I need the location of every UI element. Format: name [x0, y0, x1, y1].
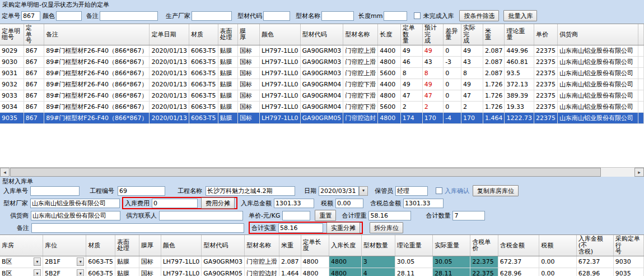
- cell[interactable]: 0: [444, 45, 461, 56]
- cell[interactable]: 9032: [0, 79, 24, 90]
- column-header[interactable]: 表面 处理: [218, 24, 237, 45]
- cell[interactable]: 0: [444, 79, 461, 90]
- cell[interactable]: 贴膜: [115, 268, 139, 276]
- cell[interactable]: 49: [461, 45, 483, 56]
- cell[interactable]: [638, 79, 644, 90]
- cell[interactable]: GA90GRM04: [300, 79, 343, 90]
- cell[interactable]: 2.087: [279, 256, 301, 268]
- table-row[interactable]: 903586789#门框型材F26-F40（866*867）2020/01/13…: [0, 112, 644, 123]
- cell[interactable]: 867: [24, 67, 44, 79]
- cell[interactable]: LH797-1LL0: [161, 256, 202, 268]
- cell[interactable]: 6063-T5: [86, 256, 115, 268]
- cell[interactable]: 43: [461, 56, 483, 67]
- cell[interactable]: 22375: [534, 56, 557, 67]
- cell[interactable]: 8: [422, 67, 443, 79]
- fee-input[interactable]: [152, 199, 198, 208]
- cell[interactable]: 国标: [238, 90, 260, 101]
- cell[interactable]: 2.087: [483, 45, 505, 56]
- inbound-no-input[interactable]: [30, 186, 80, 196]
- unit-price-input[interactable]: [282, 211, 310, 220]
- cell[interactable]: 9033: [0, 90, 24, 101]
- total-qty-input[interactable]: [452, 211, 485, 220]
- cell[interactable]: 山东南山铝业股份有限公司: [557, 101, 638, 112]
- cell[interactable]: GA90GRM05: [202, 268, 245, 276]
- filter-remark-input[interactable]: [100, 11, 158, 21]
- table-row[interactable]: 902986789#门框型材F26-F40（866*867）2020/01/13…: [0, 45, 644, 56]
- supplier-input[interactable]: [31, 211, 120, 220]
- cell[interactable]: 6063-T5: [86, 268, 115, 276]
- cell[interactable]: 2020/01/13: [150, 79, 189, 90]
- column-header[interactable]: 库位: [43, 235, 86, 256]
- cell[interactable]: 628.96: [576, 268, 613, 276]
- cell[interactable]: 4800: [378, 112, 400, 123]
- batch-inbound-button[interactable]: 批量入库: [503, 10, 537, 21]
- table-row[interactable]: B区▾2B1F▾6063-T5贴膜国标LH797-1LL0GA90GRM03门帘…: [0, 256, 644, 268]
- cell[interactable]: 2020/01/13: [150, 90, 189, 101]
- cell[interactable]: GA90GRM05: [300, 112, 343, 123]
- cell[interactable]: 1.464: [483, 112, 505, 123]
- date-input[interactable]: [319, 186, 359, 196]
- cell[interactable]: 山东南山铝业股份有限公司: [557, 90, 638, 101]
- cell[interactable]: 山东南山铝业股份有限公司: [557, 112, 638, 123]
- cell[interactable]: 89#门框型材F26-F40（866*867）: [44, 56, 150, 67]
- cell[interactable]: 30.05: [395, 256, 432, 268]
- copy-location-button[interactable]: 复制库房库位: [473, 185, 519, 196]
- column-header[interactable]: 米 重: [483, 24, 505, 45]
- cell[interactable]: B区▾: [0, 268, 43, 276]
- cell[interactable]: 4800: [329, 268, 362, 276]
- scroll-left-button[interactable]: ◂: [0, 168, 10, 177]
- column-header[interactable]: 定 单 号: [24, 24, 44, 45]
- column-header[interactable]: 定单长度: [301, 235, 329, 256]
- fee-share-button[interactable]: 费用分摊: [201, 197, 235, 209]
- cell[interactable]: 6063-T5: [189, 101, 218, 112]
- cell[interactable]: 山东南山铝业股份有限公司: [557, 45, 638, 56]
- cell[interactable]: 门帘腔边封: [343, 112, 378, 123]
- column-header[interactable]: 颜色: [259, 24, 300, 45]
- cell[interactable]: 89#门框型材F26-F40（866*867）: [44, 101, 150, 112]
- cell[interactable]: 2020/01/13: [150, 45, 189, 56]
- cell[interactable]: 672.37: [498, 256, 539, 268]
- filter-length-input[interactable]: [384, 11, 407, 21]
- column-header[interactable]: 材质: [86, 235, 115, 256]
- cell[interactable]: 49: [422, 45, 443, 56]
- cell[interactable]: 9029: [0, 45, 24, 56]
- cell[interactable]: 22375: [534, 45, 557, 56]
- cell[interactable]: 46: [400, 56, 422, 67]
- cell[interactable]: 170: [461, 112, 483, 123]
- cell[interactable]: 4800: [301, 268, 329, 276]
- cell[interactable]: 9031: [0, 67, 24, 79]
- column-header[interactable]: 膜厚: [139, 235, 161, 256]
- cell[interactable]: 5600: [378, 67, 400, 79]
- cell[interactable]: 0.00: [539, 268, 577, 276]
- cell[interactable]: 22375: [534, 112, 557, 123]
- cell[interactable]: 4400: [378, 45, 400, 56]
- cell[interactable]: 0: [444, 101, 461, 112]
- cell[interactable]: 170: [422, 112, 443, 123]
- cell[interactable]: 山东南山铝业股份有限公司: [557, 56, 638, 67]
- column-header[interactable]: 定单明 细号: [0, 24, 24, 45]
- unfinished-inbound-checkbox[interactable]: [414, 12, 421, 19]
- project-no-input[interactable]: [118, 186, 165, 196]
- cell[interactable]: 93.5: [505, 67, 534, 79]
- cell[interactable]: 22.375: [470, 268, 498, 276]
- cell[interactable]: 门帘腔上滑: [343, 56, 378, 67]
- cell[interactable]: LH797-1LL0: [259, 90, 300, 101]
- cell[interactable]: 2: [461, 101, 483, 112]
- cell[interactable]: 门帘腔上滑: [343, 67, 378, 79]
- cell[interactable]: 2: [400, 101, 422, 112]
- table-row[interactable]: 903486789#门框型材F26-F40（866*867）2020/01/13…: [0, 101, 644, 112]
- column-header[interactable]: 米重: [279, 235, 301, 256]
- cell[interactable]: LH797-1LL0: [259, 56, 300, 67]
- column-header[interactable]: 备注: [44, 24, 150, 45]
- cell[interactable]: 5600: [378, 101, 400, 112]
- cell[interactable]: 49: [461, 79, 483, 90]
- column-header[interactable]: 含税金额: [498, 235, 539, 256]
- cell[interactable]: 2020/01/13: [150, 56, 189, 67]
- cell[interactable]: 28.11: [433, 268, 470, 276]
- cell[interactable]: 国标: [139, 268, 161, 276]
- cell[interactable]: LH797-1LL0: [259, 45, 300, 56]
- cell[interactable]: 89#门框型材F26-F40（866*867）: [44, 67, 150, 79]
- column-header[interactable]: 膜 厚: [238, 24, 260, 45]
- cell[interactable]: 2020/01/13: [150, 101, 189, 112]
- cell[interactable]: 9034: [0, 101, 24, 112]
